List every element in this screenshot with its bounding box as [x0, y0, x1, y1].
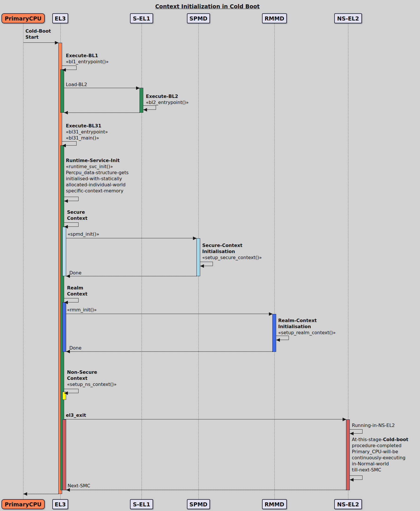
label-execute-bl1: Execute-BL1 «bl1_entrypoint()» [66, 53, 109, 65]
participant-ns-el2-bottom: NS-EL2 [334, 499, 362, 509]
participant-spmd-bottom: SPMD [187, 499, 210, 509]
label-el3-exit: el3_exit [66, 412, 86, 418]
diagram-title: Context Initialization in Cold Boot [106, 3, 309, 10]
participant-el3-top: EL3 [52, 13, 68, 23]
arrowhead-left-icon [64, 391, 68, 395]
arrowhead-left-icon [64, 111, 68, 114]
participant-spmd-top: SPMD [187, 13, 210, 23]
arrowhead-left-icon [64, 199, 68, 203]
return-secure-done [66, 276, 196, 276]
activation-el3-realm [62, 302, 66, 352]
label-done-realm: Done [69, 345, 81, 351]
lifeline-rmmd [274, 23, 275, 499]
arrow-spmd-init [66, 238, 196, 238]
label-realm-context-init: Realm-Context Initialisation «setup_real… [278, 317, 336, 336]
label-runtime-service-init: Runtime-Service-Init «runtime_svc_init()… [66, 157, 129, 194]
label-rmm-init: «rmm_init()» [67, 307, 97, 313]
arrowhead-left-icon [200, 264, 204, 268]
return-bl2-done [64, 112, 140, 113]
arrowhead-right-icon [269, 312, 273, 316]
arrowhead-left-icon [64, 225, 68, 228]
arrow-el3-exit [64, 419, 346, 419]
participant-s-el1-bottom: S-EL1 [130, 499, 153, 509]
label-cold-boot-start: Cold-Boot Start [25, 28, 51, 40]
participant-rmmd-bottom: RMMD [262, 499, 287, 509]
arrowhead-left-icon [350, 478, 354, 482]
arrow-cold-boot-start [23, 42, 58, 43]
activation-el3-bl1 [60, 69, 64, 113]
label-non-secure-context: Non-Secure Context «setup_ns_context()» [67, 369, 117, 387]
label-spmd-init: «spmd_init()» [68, 231, 99, 237]
label-cold-boot-complete-note: At-this-stage-Cold-boot procedure-comple… [352, 436, 408, 473]
activation-spmd-secure [196, 238, 200, 276]
label-running-in-ns-el2: Running-in-NS-EL2 [352, 422, 395, 428]
arrowhead-right-icon [193, 237, 197, 240]
label-next-smc: Next-SMC [68, 483, 90, 489]
arrowhead-left-icon [143, 108, 147, 112]
lifeline-primary-cpu [23, 23, 23, 499]
activation-rmmd-realm [272, 314, 276, 352]
return-realm-done [66, 351, 272, 352]
arrowhead-left-icon [64, 301, 68, 304]
arrowhead-right-icon [136, 86, 140, 90]
label-realm-context: Realm Context [67, 285, 88, 297]
sequence-diagram: Context Initialization in Cold Boot Prim… [0, 0, 420, 511]
arrowhead-left-icon [350, 432, 354, 435]
arrow-rmm-init [66, 314, 272, 314]
arrowhead-right-icon [343, 418, 346, 421]
participant-rmmd-top: RMMD [262, 13, 287, 23]
activation-el3-exit [62, 419, 66, 490]
label-load-bl2: Load-BL2 [66, 81, 87, 88]
arrowhead-left-icon [276, 338, 280, 342]
participant-primary-cpu-bottom: PrimaryCPU [1, 499, 45, 509]
participant-ns-el2-top: NS-EL2 [334, 13, 362, 23]
arrowhead-right-icon [55, 41, 59, 44]
label-secure-context: Secure Context [67, 209, 88, 221]
label-execute-bl2: Execute-BL2 «bl2_entrypoint()» [146, 93, 189, 105]
participant-el3-bottom: EL3 [52, 499, 68, 509]
return-to-primary-cpu [23, 494, 58, 494]
activation-el3-secure [62, 227, 66, 276]
arrow-load-bl2 [64, 88, 140, 88]
participant-s-el1-top: S-EL1 [130, 13, 153, 23]
participant-primary-cpu-top: PrimaryCPU [1, 13, 45, 23]
arrowhead-left-icon [23, 492, 27, 496]
arrowhead-left-icon [62, 68, 66, 72]
return-next-smc [66, 490, 346, 490]
activation-s-el1-bl2 [140, 88, 143, 113]
arrowhead-left-icon [62, 144, 66, 147]
label-done-secure: Done [69, 270, 81, 276]
activation-ns-el2 [346, 419, 350, 490]
label-execute-bl31: Execute-BL31 «bl31_entrypoint» «bl31_mai… [66, 123, 108, 141]
label-secure-context-init: Secure-Context Initialisation «setup_sec… [202, 242, 262, 261]
